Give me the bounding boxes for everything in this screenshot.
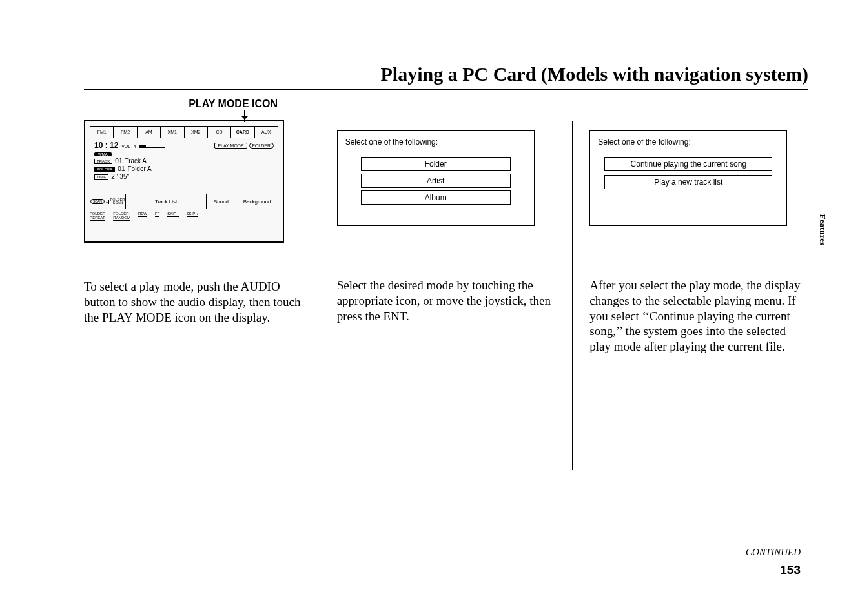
folder-name: Folder A <box>127 165 151 172</box>
play-mode-chip[interactable]: PLAY MODE <box>214 143 247 149</box>
background-button[interactable]: Background <box>236 194 278 209</box>
tab-fm2[interactable]: FM2 <box>114 127 137 138</box>
page-number: 153 <box>780 563 801 577</box>
vol-value: 4 <box>134 144 136 149</box>
columns: PLAY MODE ICON FM1 FM2 AM XM1 XM2 CD CAR… <box>84 116 808 470</box>
play-option-prompt: Select one of the following: <box>598 138 779 147</box>
column-2: Select one of the following: Folder Arti… <box>320 116 573 470</box>
now-playing-body: 10 : 12 VOL 4 PLAY MODE FOLDER WMA TRACK <box>90 138 278 192</box>
folder-scan-label: FOLDERSCAN <box>110 198 125 205</box>
page-title: Playing a PC Card (Models with navigatio… <box>84 63 808 85</box>
option-new-track-list[interactable]: Play a new track list <box>604 175 772 189</box>
clock: 10 : 12 <box>94 141 118 150</box>
bottom-controls: FOLDERREPEAT FOLDERRANDOM REW FF SKIP - … <box>90 212 278 221</box>
track-chip: TRACK <box>94 159 112 164</box>
section-tab: Features <box>817 214 828 245</box>
action-row: SCAN – FOLDERSCAN Track List Sound Backg… <box>90 194 278 209</box>
body-text-2: Select the desired mode by touching the … <box>337 278 556 323</box>
ff-button[interactable]: FF <box>155 212 159 217</box>
elapsed-time: 2 ' 35" <box>111 173 129 180</box>
time-chip: TIME <box>94 174 108 180</box>
scan-cell[interactable]: SCAN – FOLDERSCAN <box>90 194 126 209</box>
folder-number: 01 <box>118 165 125 172</box>
body-text-1: To select a play mode, push the AUDIO bu… <box>84 279 303 325</box>
tab-xm2[interactable]: XM2 <box>185 127 208 138</box>
track-name: Track A <box>125 158 147 165</box>
mode-select-prompt: Select one of the following: <box>345 138 526 147</box>
track-number: 01 <box>115 158 122 165</box>
option-artist[interactable]: Artist <box>361 174 511 188</box>
rew-button[interactable]: REW <box>138 212 147 217</box>
sound-button[interactable]: Sound <box>207 194 236 209</box>
play-mode-icon-label: PLAY MODE ICON <box>189 98 278 110</box>
body-text-3: After you select the play mode, the disp… <box>589 278 808 354</box>
tab-aux[interactable]: AUX <box>255 127 278 138</box>
column-1: PLAY MODE ICON FM1 FM2 AM XM1 XM2 CD CAR… <box>84 116 320 470</box>
tab-card[interactable]: CARD <box>231 127 254 138</box>
option-folder[interactable]: Folder <box>361 157 511 171</box>
folder-chip: FOLDER <box>94 167 115 172</box>
play-option-panel: Select one of the following: Continue pl… <box>589 130 787 226</box>
folder-mode-chip[interactable]: FOLDER <box>249 143 274 149</box>
volume-bar-icon <box>139 145 165 148</box>
arrow-down-icon <box>244 110 245 122</box>
title-rule <box>84 89 808 90</box>
scan-icon: SCAN <box>90 199 105 204</box>
mode-select-panel: Select one of the following: Folder Arti… <box>337 130 535 226</box>
track-list-button[interactable]: Track List <box>126 194 207 209</box>
now-playing-panel: PLAY MODE ICON FM1 FM2 AM XM1 XM2 CD CAR… <box>84 120 284 243</box>
column-3: Select one of the following: Continue pl… <box>573 116 808 470</box>
continued-label: CONTINUED <box>746 547 801 558</box>
folder-random[interactable]: FOLDERRANDOM <box>113 212 130 221</box>
source-tabs[interactable]: FM1 FM2 AM XM1 XM2 CD CARD AUX <box>90 126 278 138</box>
codec-badge: WMA <box>94 152 112 156</box>
folder-repeat[interactable]: FOLDERREPEAT <box>90 212 105 221</box>
option-continue-current[interactable]: Continue playing the current song <box>604 157 772 171</box>
skip-minus-button[interactable]: SKIP - <box>167 212 178 217</box>
option-album[interactable]: Album <box>361 190 511 205</box>
skip-plus-button[interactable]: SKIP + <box>187 212 199 217</box>
tab-am[interactable]: AM <box>138 127 161 138</box>
vol-label: VOL <box>121 144 130 149</box>
tab-fm1[interactable]: FM1 <box>90 127 114 138</box>
tab-cd[interactable]: CD <box>208 127 231 138</box>
tab-xm1[interactable]: XM1 <box>161 127 184 138</box>
